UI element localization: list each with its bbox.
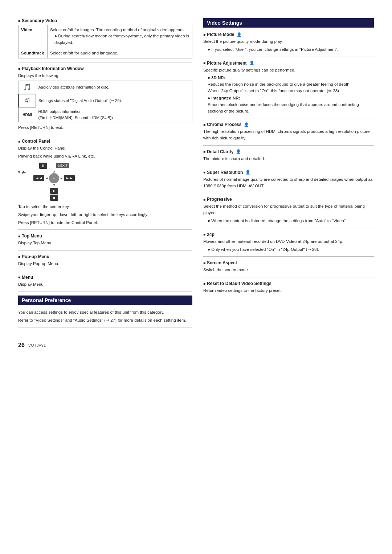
- popup-menu-heading: Pop-up Menu: [18, 254, 192, 259]
- chroma-process-body: The high resolution processing of HDMI c…: [203, 129, 374, 142]
- cp-play-row: ►: [50, 188, 58, 194]
- divider: [18, 292, 192, 292]
- reset-body: Return video settings to the factory pre…: [203, 288, 374, 294]
- table-row: Soundtrack Select on/off for audio and l…: [19, 48, 192, 58]
- divider: [203, 193, 374, 193]
- table-row: ⑤ Settings status of "Digital Audio Outp…: [19, 94, 192, 107]
- table-row: 🎵 Audio/video attribute information of d…: [19, 81, 192, 94]
- playback-intro: Displays the following.: [18, 73, 192, 79]
- super-resolution-body: Pictures of normal image quality are cor…: [203, 176, 374, 190]
- screen-aspect-body: Switch the screen mode.: [203, 267, 374, 273]
- super-resolution-heading: Super Resolution 👤: [203, 170, 374, 175]
- exit-label: ⊙EXIT: [56, 163, 69, 168]
- soundtrack-label: Soundtrack: [19, 48, 48, 58]
- eg-label: e.g.,: [18, 163, 26, 174]
- integrated-nr-label: Integrated NR:: [211, 96, 240, 100]
- detail-clarity-user-icon: 👤: [236, 149, 241, 154]
- page-number: 26: [18, 342, 25, 349]
- 24p-body: Movies and other material recorded on DV…: [203, 239, 374, 245]
- integrated-nr-bullet: Integrated NR: Smoothes block noise and …: [208, 95, 374, 114]
- secondary-video-heading: Secondary Video: [18, 18, 192, 23]
- divider: [203, 298, 374, 298]
- personal-pref-detail: Refer to "Video Settings" and "Audio Set…: [18, 317, 192, 324]
- 3dnr-bullet: 3D NR: Reduces the rough noise in the ba…: [208, 75, 374, 94]
- divider: [18, 229, 192, 230]
- cp-top-row: ⏸ ⊙EXIT: [39, 163, 69, 169]
- disc-icon-cell: 🎵: [19, 81, 36, 94]
- return-to-exit: Press [RETURN] to exit.: [18, 125, 192, 131]
- detail-clarity-heading: Detail Clarity 👤: [203, 149, 374, 154]
- forward-button[interactable]: ►►: [64, 175, 75, 181]
- cp-graphic: ⏸ ⊙EXIT ◄◄ ▲ ◄ ○ ► ▼: [33, 163, 74, 201]
- divider: [18, 271, 192, 271]
- control-panel-line1: Display the Control Panel.: [18, 145, 192, 152]
- picture-adjustment-user-icon: 👤: [249, 61, 254, 65]
- model-number: VQT3V91: [28, 343, 46, 347]
- video-settings-header: Video Settings: [203, 18, 374, 28]
- soundtrack-content: Select on/off for audio and language.: [48, 48, 192, 58]
- hdmi-icon-cell: HDMI: [19, 107, 36, 122]
- divider: [203, 277, 374, 277]
- personal-preference-header: Personal Preference: [18, 296, 192, 305]
- integrated-nr-text: Smoothes block noise and reduces the smu…: [208, 102, 359, 113]
- menu-heading: Menu: [18, 275, 192, 280]
- play-button[interactable]: ►: [50, 188, 58, 194]
- popup-menu-text: Display Pop-up Menu.: [18, 261, 192, 267]
- divider: [203, 228, 374, 228]
- tap-instruction: Tap to select the center key.: [18, 204, 192, 210]
- top-menu-heading: Top Menu: [18, 233, 192, 239]
- picture-adjustment-heading: Picture Adjustment 👤: [203, 61, 374, 66]
- divider: [203, 145, 374, 146]
- audio-output-icon-cell: ⑤: [19, 94, 36, 107]
- video-label: Video: [19, 25, 48, 48]
- progressive-heading: Progressive: [203, 197, 374, 202]
- personal-pref-intro: You can access settings to enjoy special…: [18, 309, 192, 316]
- divider: [203, 118, 374, 118]
- reset-heading: Reset to Default Video Settings: [203, 281, 374, 286]
- picture-mode-heading: Picture Mode 👤: [203, 32, 374, 37]
- 3dnr-label: 3D NR:: [211, 76, 225, 80]
- left-column: Secondary Video Video Select on/off for …: [18, 18, 192, 331]
- divider: [203, 256, 374, 257]
- hdmi-text: HDMI output information.(First: HDMI(MAI…: [36, 107, 192, 122]
- return-hide-instruction: Press [RETURN] to hide the Control Panel…: [18, 220, 192, 226]
- progressive-body: Select the method of conversion for prog…: [203, 203, 374, 216]
- playback-info-table: 🎵 Audio/video attribute information of d…: [18, 81, 192, 123]
- secondary-video-table: Video Select on/off for images. The reco…: [18, 25, 192, 58]
- chroma-process-heading: Chroma Process 👤: [203, 122, 374, 127]
- center-button[interactable]: ○: [49, 173, 59, 183]
- rewind-button[interactable]: ◄◄: [33, 175, 44, 181]
- divider: [203, 166, 374, 166]
- 24p-heading: 24p: [203, 232, 374, 237]
- picture-mode-bullet: If you select "User", you can change set…: [208, 46, 374, 53]
- video-content: Select on/off for images. The recording …: [48, 25, 192, 48]
- disc-info-text: Audio/video attribute information of dis…: [36, 81, 192, 94]
- screen-aspect-heading: Screen Aspect: [203, 260, 374, 265]
- super-resolution-user-icon: 👤: [245, 170, 250, 175]
- divider: [18, 327, 192, 327]
- cp-stop-row: ■: [50, 195, 58, 201]
- picture-mode-user-icon: 👤: [237, 32, 242, 37]
- divider: [18, 62, 192, 62]
- playback-info-heading: Playback Information Window: [18, 66, 192, 71]
- control-panel-heading: Control Panel: [18, 139, 192, 144]
- page-footer: 26 VQT3V91: [18, 342, 374, 349]
- 24p-bullet: Only when you have selected "On" in "24p…: [208, 247, 374, 253]
- divider: [203, 57, 374, 57]
- table-row: Video Select on/off for images. The reco…: [19, 25, 192, 48]
- table-row: HDMI HDMI output information.(First: HDM…: [19, 107, 192, 122]
- menu-text: Display Menu.: [18, 281, 192, 288]
- stop-button[interactable]: ■: [50, 195, 58, 201]
- cp-nav-row: ◄◄ ▲ ◄ ○ ► ▼ ►►: [33, 170, 74, 187]
- pause-button[interactable]: ⏸: [39, 163, 47, 169]
- picture-adjustment-body: Specific picture quality settings can be…: [203, 67, 374, 74]
- audio-output-text: Settings status of "Digital Audio Output…: [36, 94, 192, 107]
- video-bullet: During search/slow motion or frame-by-fr…: [54, 33, 189, 46]
- 3dnr-text: Reduces the rough noise in the backgroun…: [208, 82, 351, 93]
- right-column: Video Settings Picture Mode 👤 Select the…: [203, 18, 374, 331]
- swipe-instruction: Swipe your finger up, down, left, or rig…: [18, 212, 192, 218]
- detail-clarity-body: The picture is sharp and detailed.: [203, 156, 374, 162]
- top-menu-text: Display Top Menu.: [18, 240, 192, 247]
- divider: [18, 135, 192, 135]
- divider: [18, 250, 192, 250]
